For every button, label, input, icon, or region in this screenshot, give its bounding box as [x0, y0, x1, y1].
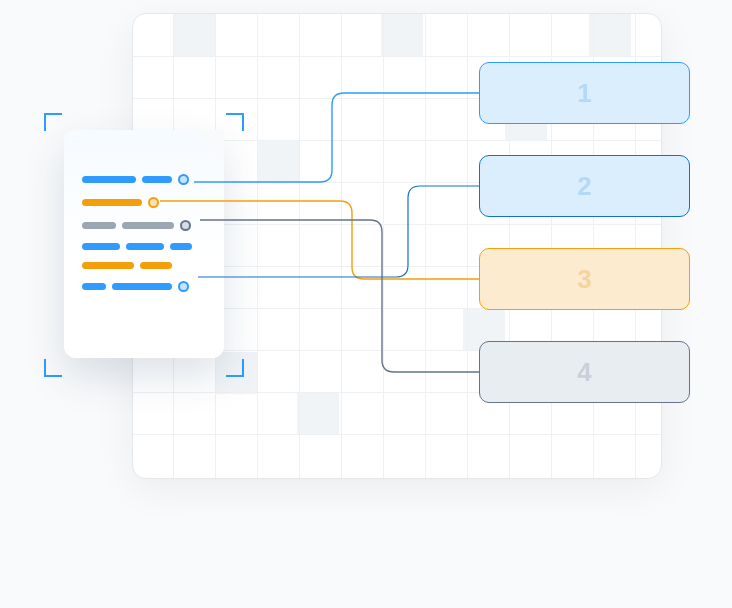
connection-node-icon [148, 197, 159, 208]
scan-corner-icon [226, 113, 244, 131]
target-label: 4 [577, 357, 591, 388]
text-segment [142, 176, 172, 183]
text-segment [170, 243, 192, 250]
target-box-2: 2 [479, 155, 690, 217]
connection-node-icon [178, 174, 189, 185]
doc-line [82, 220, 206, 231]
page-fold-icon [188, 130, 224, 166]
scan-corner-icon [226, 359, 244, 377]
target-label: 3 [577, 264, 591, 295]
source-document [64, 130, 224, 358]
target-box-4: 4 [479, 341, 690, 403]
text-segment [82, 199, 142, 206]
connection-node-icon [178, 281, 189, 292]
text-segment [122, 222, 174, 229]
text-segment [112, 283, 172, 290]
target-label: 1 [577, 78, 591, 109]
scan-corner-icon [44, 359, 62, 377]
text-segment [140, 262, 172, 269]
doc-line [82, 281, 206, 292]
target-box-3: 3 [479, 248, 690, 310]
text-segment [82, 176, 136, 183]
text-segment [82, 262, 134, 269]
connection-node-icon [180, 220, 191, 231]
text-segment [126, 243, 164, 250]
target-box-1: 1 [479, 62, 690, 124]
doc-line [82, 197, 206, 208]
target-label: 2 [577, 171, 591, 202]
doc-line [82, 262, 206, 269]
doc-line [82, 174, 206, 185]
scan-corner-icon [44, 113, 62, 131]
text-segment [82, 243, 120, 250]
text-segment [82, 222, 116, 229]
text-segment [82, 283, 106, 290]
doc-line [82, 243, 206, 250]
